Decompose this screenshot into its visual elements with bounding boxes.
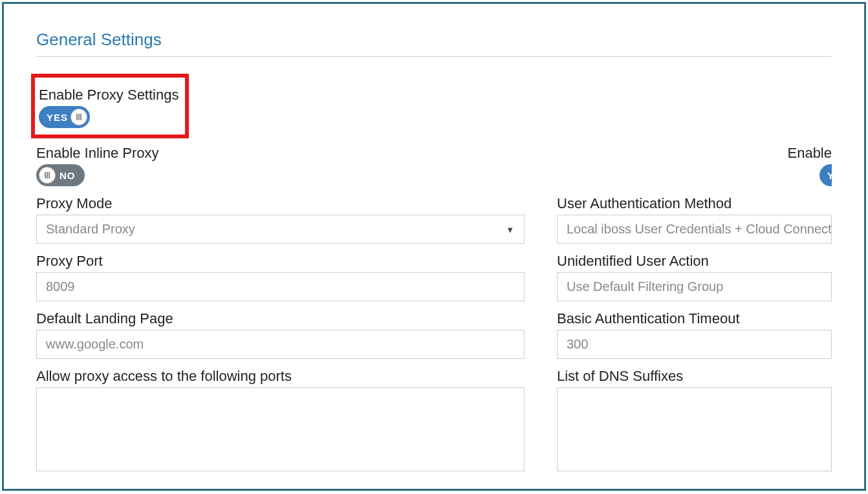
- proxy-port-input[interactable]: [36, 272, 525, 301]
- settings-panel-frame: General Settings Enable Proxy Settings Y…: [2, 2, 866, 491]
- auth-method-label: User Authentication Method: [557, 195, 832, 212]
- unidentified-action-select[interactable]: Use Default Filtering Group: [557, 272, 832, 301]
- basic-auth-timeout-input[interactable]: [557, 330, 832, 359]
- basic-auth-timeout-label: Basic Authentication Timeout: [557, 310, 832, 327]
- toggle-knob: [71, 109, 87, 125]
- grip-icon: [45, 172, 50, 178]
- unidentified-action-label: Unidentified User Action: [557, 253, 832, 270]
- enable-right-cutoff-label: Enable: [787, 145, 832, 162]
- toggle-knob: [39, 167, 56, 184]
- default-landing-label: Default Landing Page: [36, 310, 525, 327]
- enable-proxy-settings-toggle[interactable]: YES: [39, 106, 90, 128]
- dns-suffixes-label: List of DNS Suffixes: [557, 368, 832, 385]
- toggle-no-text: NO: [56, 170, 82, 181]
- toggle-yes-cutoff-text: YES: [822, 170, 832, 181]
- enable-proxy-settings-label: Enable Proxy Settings: [39, 87, 179, 103]
- grip-icon: [76, 114, 81, 120]
- enable-right-cutoff-toggle[interactable]: YES: [819, 164, 832, 186]
- dns-suffixes-textarea[interactable]: [557, 387, 832, 471]
- enable-proxy-highlight: Enable Proxy Settings YES: [31, 74, 189, 138]
- default-landing-input[interactable]: [36, 330, 525, 359]
- toggle-yes-text: YES: [41, 112, 71, 123]
- allow-ports-label: Allow proxy access to the following port…: [36, 368, 525, 385]
- section-title: General Settings: [36, 30, 832, 57]
- auth-method-select[interactable]: Local iboss User Credentials + Cloud Con…: [557, 215, 832, 244]
- enable-inline-proxy-label: Enable Inline Proxy: [36, 145, 159, 162]
- enable-inline-proxy-toggle[interactable]: NO: [36, 164, 85, 186]
- proxy-port-label: Proxy Port: [36, 253, 525, 270]
- proxy-mode-label: Proxy Mode: [36, 195, 525, 212]
- proxy-mode-select[interactable]: Standard Proxy: [36, 215, 525, 244]
- allow-ports-textarea[interactable]: [36, 387, 525, 471]
